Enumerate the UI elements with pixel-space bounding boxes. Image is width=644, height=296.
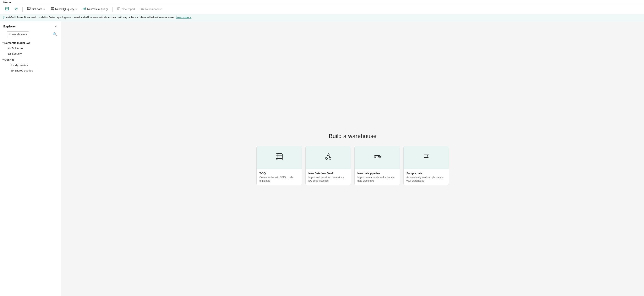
svg-point-3 [16,8,17,9]
learn-more-link[interactable]: Learn more ↗ [176,16,192,19]
main-heading: Build a warehouse [329,133,376,139]
info-message: A default Power BI semantic model for fa… [6,16,174,19]
my-queries-label: My queries [14,64,28,67]
toolbar-divider-2 [112,7,112,12]
svg-rect-4 [28,7,30,10]
settings-button[interactable] [12,6,20,12]
svg-line-12 [84,8,85,8]
schemas-label: Schemas [12,47,23,50]
svg-point-10 [85,8,86,9]
svg-point-29 [325,157,328,159]
card-sample-title: Sample data [406,172,446,175]
new-visual-query-label: New visual query [87,8,108,11]
semantic-model-lab-label: Semantic Model Lab [4,41,30,45]
main-layout: Explorer « + Warehouses 🔍 ▾ Semantic Mod… [0,21,644,296]
sidebar-item-queries[interactable]: ▾ Queries [0,57,61,62]
chevron-down-icon: ▾ [2,59,4,61]
measure-icon [141,7,144,11]
sidebar-item-schemas[interactable]: › 🗁 Schemas [0,46,61,51]
card-pipeline-title: New data pipeline [358,172,397,175]
card-tsql-desc: Create tables with T-SQL code templates [260,176,299,183]
card-sample-desc: Automatically load sample data in your w… [406,176,446,183]
pipeline-icon [374,153,381,162]
card-dataflow-icon-area [306,146,351,169]
sidebar-collapse-button[interactable]: « [54,24,58,29]
card-pipeline-body: New data pipeline Ingest data at scale a… [354,169,400,185]
chevron-right-icon: › [7,53,7,55]
new-icon [6,7,9,11]
page-title: Home [3,1,641,4]
dataflow-icon [324,153,332,162]
new-sql-query-button[interactable]: SQL New SQL query ▾ [48,6,79,12]
new-measure-button[interactable]: New measure [139,6,164,12]
svg-line-32 [329,155,330,157]
new-report-button[interactable]: New report [115,6,137,12]
info-icon: ℹ [3,16,4,19]
new-item-button[interactable] [3,6,11,12]
card-dataflow-body: New Dataflow Gen2 Ingest and transform d… [306,169,351,185]
card-sample-icon-area [404,146,449,169]
toolbar-divider-1 [22,7,23,12]
cards-grid: T-SQL Create tables with T-SQL code temp… [252,146,454,185]
visual-query-icon [83,7,86,11]
get-data-label: Get data [32,8,42,11]
get-data-chevron: ▾ [44,8,45,10]
svg-point-11 [85,9,86,10]
sidebar-title: Explorer [3,25,16,28]
chevron-right-icon: › [7,47,7,50]
search-icon: 🔍 [53,33,57,36]
sidebar-content: ▾ Semantic Model Lab › 🗁 Schemas › 🗁 Sec… [0,40,61,296]
new-sql-query-label: New SQL query [55,8,74,11]
sidebar-actions: « [54,24,58,29]
add-warehouses-button[interactable]: + Warehouses [7,31,29,37]
new-visual-query-button[interactable]: New visual query [80,6,110,12]
svg-point-35 [378,156,380,157]
report-icon [117,7,120,11]
sidebar: Explorer « + Warehouses 🔍 ▾ Semantic Mod… [0,21,61,296]
new-measure-label: New measure [145,8,162,11]
sidebar-item-shared-queries[interactable]: 🗁 Shared queries [0,68,61,73]
search-button[interactable]: 🔍 [52,31,58,37]
svg-text:SQL: SQL [51,8,54,10]
card-pipeline-icon-area [354,146,400,169]
card-sample-body: Sample data Automatically load sample da… [404,169,449,185]
folder-icon: 🗁 [11,63,14,67]
get-data-button[interactable]: Get data ▾ [25,6,47,12]
folder-icon: 🗁 [11,69,14,72]
sql-icon: SQL [51,7,54,11]
card-tsql-body: T-SQL Create tables with T-SQL code temp… [256,169,302,185]
svg-point-30 [329,157,331,159]
card-dataflow-desc: Ingest and transform data with a low-cod… [308,176,348,183]
sidebar-header: Explorer « [0,21,61,31]
sidebar-item-security[interactable]: › 🗁 Security [0,51,61,56]
card-pipeline[interactable]: New data pipeline Ingest data at scale a… [354,146,400,185]
svg-point-34 [375,156,376,157]
card-pipeline-desc: Ingest data at scale and schedule data w… [358,176,397,183]
svg-line-31 [327,155,328,157]
security-label: Security [12,52,22,55]
card-tsql[interactable]: T-SQL Create tables with T-SQL code temp… [256,146,302,185]
svg-line-13 [84,9,85,9]
get-data-icon [27,7,30,11]
shared-queries-label: Shared queries [14,69,33,72]
sidebar-item-my-queries[interactable]: 🗁 My queries [0,62,61,68]
flag-icon [422,153,430,162]
info-bar: ℹ A default Power BI semantic model for … [0,14,644,21]
page-title-bar: Home [0,0,644,4]
folder-icon: 🗁 [8,52,11,55]
folder-icon: 🗁 [8,47,11,50]
external-link-icon: ↗ [189,16,192,19]
card-sample[interactable]: Sample data Automatically load sample da… [404,146,449,185]
gear-icon [14,7,18,11]
svg-point-9 [83,8,84,9]
card-dataflow-title: New Dataflow Gen2 [308,172,348,175]
sidebar-item-semantic-model-lab[interactable]: ▾ Semantic Model Lab [0,40,61,46]
card-dataflow[interactable]: New Dataflow Gen2 Ingest and transform d… [306,146,351,185]
warehouses-label: Warehouses [12,33,27,36]
toolbar: Get data ▾ SQL New SQL query ▾ New visua… [0,4,644,14]
main-content: Build a warehouse [61,21,644,296]
card-tsql-title: T-SQL [260,172,299,175]
new-sql-query-chevron: ▾ [76,8,77,10]
plus-icon: + [9,33,10,36]
new-report-label: New report [122,8,135,11]
